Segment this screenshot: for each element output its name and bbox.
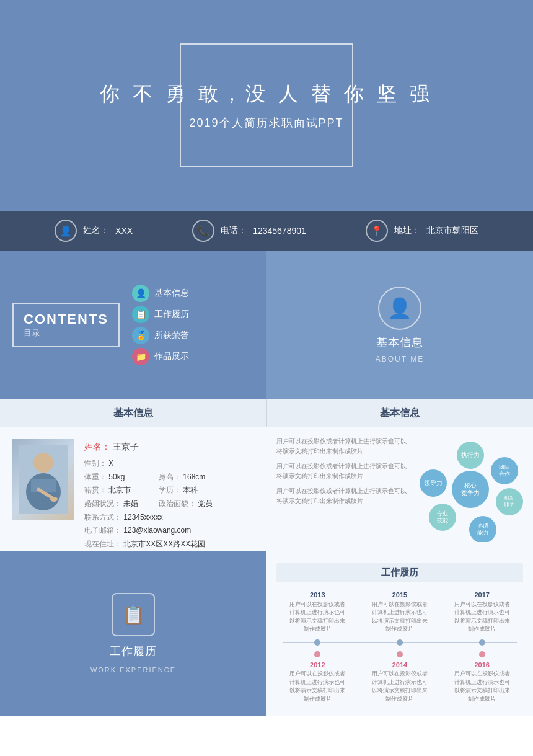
gender-field: 性别： X [84, 457, 146, 471]
svg-rect-3 [31, 479, 56, 492]
weight-label: 体重： [84, 473, 107, 481]
svg-text:竞争力: 竞争力 [461, 489, 480, 496]
detail-line-4: 婚姻状况： 未婚 政治面貌： 党员 [84, 497, 254, 511]
timeline-item-2016: 2016 用户可以在投影仪或者计算机上进行演示也可以将演示文稿打印出来制作成胶片 [454, 660, 510, 704]
dot-2016 [479, 651, 485, 657]
skill-text-2: 用户可以在投影仪或者计算机上进行演示也可以将演示文稿打印出来制作成胶片 [276, 461, 412, 481]
dot-2017 [479, 639, 485, 646]
political-value: 党员 [198, 499, 213, 508]
timeline-item-2012: 2012 用户可以在投影仪或者计算机上进行演示也可以将演示文稿打印出来制作成胶片 [289, 660, 345, 704]
political-label: 政治面貌： [159, 499, 196, 508]
menu-label-1: 基本信息 [154, 288, 189, 299]
year-2016: 2016 [454, 660, 510, 670]
section-header-right: 基本信息 [267, 399, 534, 427]
contents-row: CONTENTS 目录 👤 基本信息 📋 工作履历 🏅 所获荣誉 📁 作品展示 … [0, 251, 533, 399]
menu-label-2: 工作履历 [154, 309, 189, 320]
svg-text:合作: 合作 [499, 471, 510, 477]
svg-point-5 [50, 497, 58, 502]
svg-text:创新: 创新 [504, 495, 515, 501]
svg-text:核心: 核心 [464, 482, 477, 489]
address-label: 地址： [394, 225, 420, 236]
height-value: 168cm [183, 473, 205, 481]
svg-text:能力: 能力 [504, 502, 515, 508]
email-field: 电子邮箱： 123@xiaowang.com [84, 524, 191, 538]
photo-placeholder [12, 439, 74, 520]
info-phone: 📞 电话： 12345678901 [192, 220, 306, 242]
timeline-item-2013: 2013 用户可以在投影仪或者计算机上进行演示也可以将演示文稿打印出来制作成胶片 [289, 590, 345, 634]
text-2013: 用户可以在投影仪或者计算机上进行演示也可以将演示文稿打印出来制作成胶片 [289, 600, 345, 634]
work-subtitle: WORK EXPERIENCE [90, 666, 176, 674]
timeline-line-container [276, 636, 523, 649]
menu-dot-2: 📋 [132, 306, 149, 323]
dot-2014 [397, 651, 403, 657]
hometown-label: 籍贯： [84, 486, 107, 494]
timeline-bottom: 2012 用户可以在投影仪或者计算机上进行演示也可以将演示文稿打印出来制作成胶片… [276, 660, 523, 704]
height-field: 身高： 168cm [159, 471, 221, 484]
contents-box: CONTENTS 目录 [12, 303, 120, 347]
work-row: 📋 工作履历 WORK EXPERIENCE 工作履历 2013 用户可以在投影… [0, 551, 533, 716]
skills-panel: 用户可以在投影仪或者计算机上进行演示也可以将演示文稿打印出来制作成胶片 用户可以… [266, 427, 533, 551]
phone-detail-label: 联系方式： [84, 513, 121, 522]
svg-text:团队: 团队 [499, 464, 510, 470]
year-2012: 2012 [289, 660, 345, 670]
text-2014: 用户可以在投影仪或者计算机上进行演示也可以将演示文稿打印出来制作成胶片 [372, 670, 428, 703]
skill-text-1: 用户可以在投影仪或者计算机上进行演示也可以将演示文稿打印出来制作成胶片 [276, 437, 412, 456]
name-value: XXX [115, 226, 133, 236]
name-field-value: 王京子 [113, 442, 139, 451]
weight-value: 50kg [108, 473, 125, 481]
work-left: 📋 工作履历 WORK EXPERIENCE [0, 551, 266, 716]
gender-label: 性别： [84, 459, 107, 468]
basic-info-card: 👤 基本信息 ABOUT ME [266, 251, 533, 399]
work-title: 工作履历 [110, 644, 157, 659]
svg-text:专业: 专业 [437, 510, 448, 517]
address-value: 北京市朝阳区 [426, 225, 478, 236]
phone-label: 电话： [221, 225, 247, 236]
timeline-dots-bottom [276, 651, 523, 657]
skill-diagram-svg: 核心 竞争力 执行力 团队 合作 创新 能力 协调 能力 专业 [418, 437, 523, 542]
basic-info-title: 基本信息 [376, 335, 423, 350]
text-2016: 用户可以在投影仪或者计算机上进行演示也可以将演示文稿打印出来制作成胶片 [454, 670, 510, 703]
detail-line-1: 性别： X [84, 457, 254, 471]
menu-dot-1: 👤 [132, 285, 149, 302]
menu-item-3: 🏅 所获荣誉 [132, 327, 254, 344]
svg-text:能力: 能力 [477, 530, 488, 536]
name-field-label: 姓名： [84, 442, 110, 451]
text-2012: 用户可以在投影仪或者计算机上进行演示也可以将演示文稿打印出来制作成胶片 [289, 670, 345, 703]
hero-subtitle: 2019个人简历求职面试PPT [189, 115, 343, 130]
text-2015: 用户可以在投影仪或者计算机上进行演示也可以将演示文稿打印出来制作成胶片 [372, 600, 428, 634]
hometown-field: 籍贯： 北京市 [84, 484, 146, 497]
work-timeline: 工作履历 2013 用户可以在投影仪或者计算机上进行演示也可以将演示文稿打印出来… [266, 551, 533, 716]
year-2017: 2017 [454, 590, 510, 600]
phone-detail-value: 12345xxxxx [123, 513, 162, 522]
weight-field: 体重： 50kg [84, 471, 146, 484]
phone-value: 12345678901 [253, 226, 306, 236]
year-2013: 2013 [289, 590, 345, 600]
height-label: 身高： [159, 473, 181, 481]
skill-texts: 用户可以在投影仪或者计算机上进行演示也可以将演示文稿打印出来制作成胶片 用户可以… [276, 437, 412, 506]
svg-text:领导力: 领导力 [424, 479, 443, 486]
contents-subtitle: 目录 [24, 327, 108, 339]
menu-item-2: 📋 工作履历 [132, 306, 254, 323]
contents-title: CONTENTS [24, 311, 108, 327]
education-field: 学历： 本科 [159, 484, 221, 497]
person-name: 姓名： 王京子 [84, 439, 254, 455]
details-row: 姓名： 王京子 性别： X 体重： 50kg 身高： 168cm [0, 427, 533, 551]
menu-dot-3: 🏅 [132, 327, 149, 344]
detail-line-6: 电子邮箱： 123@xiaowang.com [84, 524, 254, 538]
hero-title: 你 不 勇 敢，没 人 替 你 坚 强 [100, 81, 433, 108]
work-section-header: 工作履历 [276, 563, 523, 582]
name-label: 姓名： [83, 225, 109, 236]
location-icon: 📍 [366, 220, 388, 242]
gender-value: X [108, 459, 113, 468]
marital-value: 未婚 [123, 499, 138, 508]
timeline-dots-top [276, 636, 523, 646]
year-2015: 2015 [372, 590, 428, 600]
skill-diagram: 核心 竞争力 执行力 团队 合作 创新 能力 协调 能力 专业 [418, 437, 523, 542]
svg-text:技能: 技能 [436, 517, 448, 523]
phone-detail-field: 联系方式： 12345xxxxx [84, 511, 163, 525]
dot-2015 [397, 639, 403, 646]
work-icon: 📋 [112, 593, 155, 636]
dot-2012 [314, 651, 320, 657]
email-value: 123@xiaowang.com [123, 526, 191, 535]
person-writing-svg [19, 445, 68, 514]
